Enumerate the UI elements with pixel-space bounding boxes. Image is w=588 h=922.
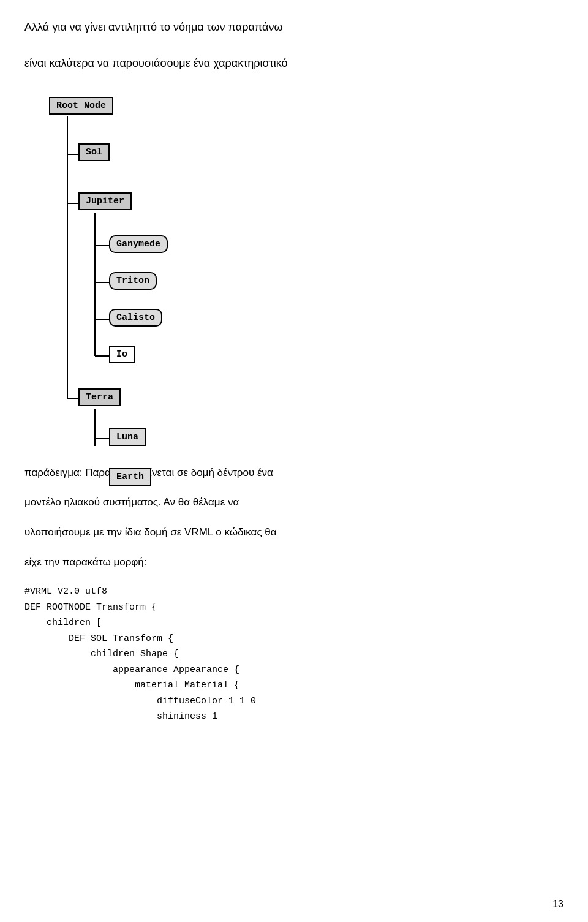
code-block: #VRML V2.0 utf8 DEF ROOTNODE Transform {… [24, 584, 564, 725]
node-ganymede: Ganymede [109, 235, 168, 253]
desc-line1: παράδειγμα: Παρακάτω φαίνεται σε δομή δέ… [24, 464, 564, 482]
node-sol: Sol [78, 143, 110, 161]
page-number: 13 [552, 899, 564, 910]
tree-diagram: Root Node Sol Jupiter Ganymede Triton Ca… [37, 91, 294, 446]
node-earth: Earth [109, 468, 151, 486]
intro-line1: Αλλά για να γίνει αντιληπτό το νόημα των… [24, 18, 564, 36]
node-calisto: Calisto [109, 309, 162, 327]
node-terra: Terra [78, 388, 121, 406]
node-jupiter: Jupiter [78, 192, 132, 210]
node-root: Root Node [49, 97, 113, 115]
desc-line4: είχε την παρακάτω μορφή: [24, 554, 564, 572]
node-io: Io [109, 346, 135, 363]
intro-line2: είναι καλύτερα να παρουσιάσουμε ένα χαρα… [24, 55, 564, 72]
desc-line3: υλοποιήσουμε με την ίδια δομή σε VRML ο … [24, 524, 564, 542]
description: παράδειγμα: Παρακάτω φαίνεται σε δομή δέ… [24, 464, 564, 572]
node-triton: Triton [109, 272, 157, 290]
node-luna: Luna [109, 428, 146, 446]
tree-lines [37, 91, 294, 446]
desc-line2: μοντέλο ηλιακού συστήματος. Αν θα θέλαμε… [24, 494, 564, 512]
